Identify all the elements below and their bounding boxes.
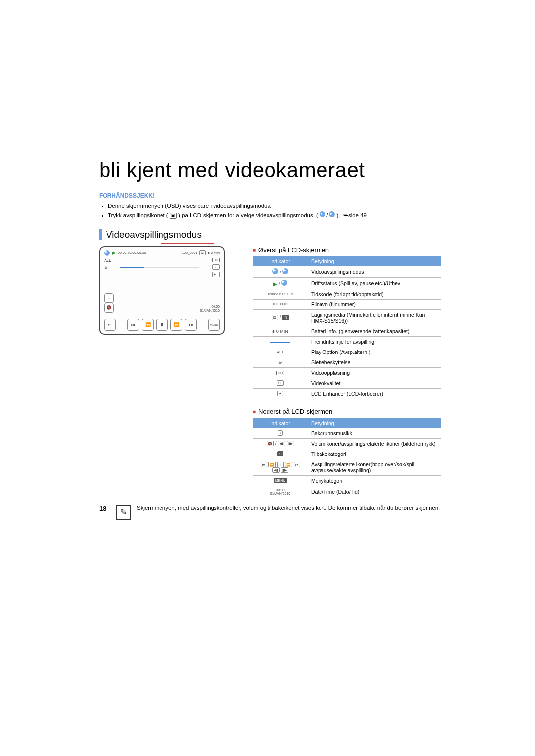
lcd-playopt-icon: ᴀʟʟ <box>104 258 111 263</box>
ind-back: ↩ <box>253 449 308 459</box>
ind-ctrl: ⏮ ⏪ ⏸ ⏩ ⏭◀▮ ▮▶ <box>253 459 308 475</box>
precheck-label: FORHÅNDSSJEKK! <box>99 192 441 199</box>
bottom-indicator-table: indikator Betydning ♪Bakgrunnsmusikk 🔇 /… <box>253 418 441 498</box>
playback-inline-icon: ▣ <box>170 213 177 219</box>
text-lcdenh: LCD Enhancer (LCD-forbedrer) <box>308 388 441 399</box>
lcd-pause-icon: ⏸ <box>156 319 168 331</box>
lcd-time: 00:00 <box>200 305 220 309</box>
text-tc: Tidskode (forløpt tid/opptakstid) <box>308 289 441 299</box>
text-dt: Date/Time (Dato/Tid) <box>308 486 441 498</box>
text-batt: Batteri info. (gjenværende batterikapasi… <box>308 326 441 336</box>
ind-tc: 00:00:20/00:00:50 <box>253 289 308 299</box>
ind-playopt: ᴀʟʟ <box>253 347 308 357</box>
ind-menu: MENU <box>253 475 308 486</box>
lcd-diagram-wrap: ▶ 00:00:20/00:00:50 100_0001 ⛋ ▮ 0 MIN ᴀ… <box>99 246 238 335</box>
ind-hd: HD <box>253 367 308 378</box>
text-play: Driftsstatus (Spill av, pause etc.)/Uthe… <box>308 277 441 289</box>
ind-vol: 🔇 / ◀▮ ▮▶ <box>253 438 308 449</box>
ind-play: ▶ / <box>253 277 308 289</box>
lcd-date: 01/JAN/2010 <box>200 309 220 313</box>
ind-fn: 100_0001 <box>253 299 308 309</box>
mode-icon-a <box>320 211 325 217</box>
ind-music: ♪ <box>253 428 308 439</box>
lcd-play-icon: ▶ <box>112 250 116 255</box>
lcd-hd-icon: HD <box>212 258 220 262</box>
lcd-skip-next-icon: ⏭ <box>185 319 197 331</box>
text-playopt: Play Option (Avsp.altern.) <box>308 347 441 357</box>
manual-page: bli kjent med videokameraet FORHÅNDSSJEK… <box>0 0 535 756</box>
text-fn: Filnavn (filnummer) <box>308 299 441 309</box>
top-indicator-table: indikator Betydning / Videoavspillingsmo… <box>253 256 441 399</box>
ind-mode: / <box>253 266 308 278</box>
page-title: bli kjent med videokameraet <box>99 158 441 182</box>
mode-icon-b <box>329 211 335 217</box>
lcd-music-icon: ♪ <box>104 293 114 303</box>
lcd-mode-icon <box>104 250 110 256</box>
lcd-timecode: 00:00:20/00:00:50 <box>118 251 146 254</box>
page-number: 18 <box>99 505 110 512</box>
bottom-table-caption: Nederst på LCD-skjermen <box>253 408 441 415</box>
lcd-rew-icon: ⏪ <box>142 319 154 331</box>
lcd-back-icon: ↩ <box>104 319 116 331</box>
th-indicator-b: indikator <box>253 418 308 428</box>
top-table-caption: Øverst på LCD-skjermen <box>253 246 441 253</box>
text-vol: Volumikoner/avspillingsrelaterte ikoner … <box>308 438 441 449</box>
callout-line-top <box>161 243 250 244</box>
footnote-row: 18 ✎ Skjermmenyen, med avspillingskontro… <box>99 505 441 520</box>
ind-lock: ⊝ <box>253 357 308 367</box>
section-title: Videoavspillingsmodus <box>106 229 202 240</box>
text-vq: Videokvalitet <box>308 378 441 388</box>
lcd-screen: ▶ 00:00:20/00:00:50 100_0001 ⛋ ▮ 0 MIN ᴀ… <box>99 246 225 335</box>
lcd-volume-icon: 🔇 <box>104 303 114 313</box>
section-heading: Videoavspillingsmodus <box>99 229 441 240</box>
lcd-ffwd-icon: ⏩ <box>170 319 182 331</box>
ind-prog <box>253 336 308 347</box>
text-back: Tilbakekategori <box>308 449 441 459</box>
lcd-enhancer-icon: ✦ <box>212 272 220 277</box>
lcd-progress-bar <box>120 267 199 268</box>
text-hd: Videooppløsning <box>308 367 441 378</box>
ind-vq: SF <box>253 378 308 388</box>
ind-lcd: ✦ <box>253 388 308 399</box>
text-lock: Slettebeskyttelse <box>308 357 441 367</box>
ind-dt: 00:0001/JAN/2010 <box>253 486 308 498</box>
lcd-battery: ▮ 0 MIN <box>208 251 220 255</box>
text-media: Lagringsmedia (Minnekort eller internt m… <box>308 309 441 326</box>
lcd-menu-icon: MENU <box>208 319 220 331</box>
ind-batt: ▮ 0 MIN <box>253 326 308 336</box>
text-menu: Menykategori <box>308 475 441 486</box>
callout-line-bottom <box>149 325 149 340</box>
text-ctrl: Avspillingsrelaterte ikoner(hopp over/sø… <box>308 459 441 475</box>
th-meaning-b: Betydning <box>308 418 441 428</box>
th-indicator: indikator <box>253 256 308 266</box>
th-meaning: Betydning <box>308 256 441 266</box>
note-icon: ✎ <box>116 505 131 520</box>
text-music: Bakgrunnsmusikk <box>308 428 441 439</box>
bullet-1: Denne skjermmenyen (OSD) vises bare i vi… <box>108 202 441 210</box>
bullet-2: Trykk avspillingsikonet ( ▣ ) på LCD-skj… <box>108 211 441 220</box>
note-text: Skjermmenyen, med avspillingskontroller,… <box>137 505 440 511</box>
lcd-skip-prev-icon: ⏮ <box>127 319 139 331</box>
section-bar <box>99 229 102 240</box>
precheck-bullets: Denne skjermmenyen (OSD) vises bare i vi… <box>99 202 441 220</box>
lcd-filename: 100_0001 <box>182 251 197 254</box>
lcd-quality-icon: SF <box>212 264 220 270</box>
lcd-card-icon: ⛋ <box>199 250 206 255</box>
ind-media: ⛋ / IN <box>253 309 308 326</box>
text-prog: Fremdriftslinje for avspilling <box>308 336 441 347</box>
text-mode: Videoavspillingsmodus <box>308 266 441 278</box>
lcd-lock-icon: ⊝ <box>104 265 111 270</box>
